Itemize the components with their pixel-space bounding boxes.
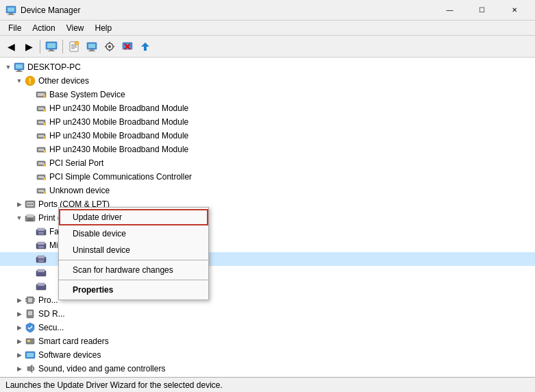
svg-rect-30	[16, 64, 23, 69]
svg-marker-28	[141, 42, 149, 51]
svg-rect-107	[27, 353, 34, 357]
base-system-icon: !	[36, 89, 47, 100]
status-bar: Launches the Update Driver Wizard for th…	[0, 377, 535, 392]
tree-item-other-devices[interactable]: ▼ ! Other devices	[0, 74, 535, 88]
context-menu-uninstall-device[interactable]: Uninstall device	[59, 242, 208, 258]
expand-icon-computer: ▼	[3, 62, 14, 73]
context-menu: Update driver Disable device Uninstall d…	[58, 207, 209, 300]
context-menu-update-driver[interactable]: Update driver	[59, 209, 208, 225]
tree-item-hp1[interactable]: ▶ ! HP un2430 Mobile Broadband Module	[0, 101, 535, 115]
svg-rect-94	[25, 298, 27, 299]
tree-item-security[interactable]: ▶ Secu...	[0, 321, 535, 334]
sound-icon	[25, 363, 36, 374]
software-devices-icon	[25, 350, 36, 360]
ms-print-icon	[36, 240, 47, 251]
update-driver-toolbar-button[interactable]	[84, 38, 100, 55]
title-bar: Device Manager — ☐ ✕	[0, 0, 535, 21]
svg-rect-85	[38, 256, 45, 258]
svg-rect-82	[38, 246, 44, 247]
svg-point-20	[108, 45, 111, 48]
minimize-button[interactable]: —	[434, 0, 465, 21]
app-icon	[5, 5, 16, 16]
svg-rect-97	[34, 298, 35, 299]
hp2-icon: !	[36, 117, 47, 127]
tree-item-sound[interactable]: ▶ Sound, video and game controllers	[0, 362, 535, 376]
unknown-device-label: Unknown device	[49, 186, 110, 195]
svg-rect-5	[47, 43, 55, 48]
tree-item-pci-simple[interactable]: ▶ ! PCI Simple Communications Controller	[0, 170, 535, 184]
tree-item-hp2[interactable]: ▶ ! HP un2430 Mobile Broadband Module	[0, 115, 535, 129]
tree-item-software-devices[interactable]: ▶ Software devices	[0, 348, 535, 362]
tree-view[interactable]: ▼ DESKTOP-PC ▼ ! Other devices	[0, 58, 535, 377]
security-label: Secu...	[38, 323, 64, 332]
back-button[interactable]: ◀	[3, 38, 19, 55]
svg-rect-98	[34, 299, 35, 300]
context-menu-properties[interactable]: Properties	[59, 282, 208, 298]
software-devices-label: Software devices	[38, 350, 101, 360]
hp4-icon: !	[36, 144, 47, 155]
expand-icon-software-devices: ▶	[14, 350, 25, 360]
tree-item-base-system[interactable]: ▶ ! Base System Device	[0, 88, 535, 101]
menu-file[interactable]: File	[3, 22, 27, 34]
hp1-icon: !	[36, 103, 47, 114]
svg-marker-108	[27, 365, 32, 373]
window-title: Device Manager	[21, 5, 434, 15]
computer-label: DESKTOP-PC	[27, 62, 81, 72]
svg-rect-17	[90, 49, 94, 51]
svg-rect-32	[16, 71, 23, 72]
security-icon	[25, 322, 36, 333]
expand-icon-security: ▶	[14, 322, 25, 333]
tree-item-computer[interactable]: ▼ DESKTOP-PC	[0, 60, 535, 74]
window-controls: — ☐ ✕	[434, 0, 530, 21]
tree-item-unknown-device[interactable]: ▶ ! Unknown device	[0, 184, 535, 197]
tree-item-smart-card[interactable]: ▶ Smart card readers	[0, 334, 535, 348]
context-menu-disable-device[interactable]: Disable device	[59, 225, 208, 242]
svg-rect-101	[28, 311, 32, 315]
menu-help[interactable]: Help	[90, 22, 118, 34]
tree-item-storage[interactable]: ▶ Storage controllers	[0, 376, 535, 377]
svg-rect-16	[88, 44, 95, 48]
svg-rect-75	[27, 220, 33, 221]
other-devices-label: Other devices	[38, 76, 89, 86]
base-system-label: Base System Device	[49, 90, 125, 99]
tree-item-sd[interactable]: ▶ SD R...	[0, 307, 535, 321]
properties-button[interactable]: ?	[66, 38, 82, 55]
svg-point-71	[32, 204, 33, 205]
sd-icon	[25, 308, 36, 319]
sd-label: SD R...	[38, 309, 65, 319]
svg-rect-87	[38, 261, 44, 262]
svg-rect-83	[38, 247, 44, 248]
maximize-button[interactable]: ☐	[466, 0, 497, 21]
svg-text:?: ?	[76, 41, 78, 45]
tree-item-hp4[interactable]: ▶ ! HP un2430 Mobile Broadband Module	[0, 143, 535, 156]
svg-rect-31	[17, 70, 21, 71]
scan-toolbar-button[interactable]	[101, 38, 118, 55]
device-manager-button[interactable]	[43, 38, 60, 55]
remove-button[interactable]	[119, 38, 136, 55]
svg-rect-89	[38, 269, 45, 272]
add-button[interactable]	[137, 38, 153, 55]
svg-rect-93	[28, 298, 32, 302]
hp3-icon: !	[36, 130, 47, 141]
svg-rect-78	[38, 232, 44, 233]
svg-point-69	[27, 204, 29, 205]
expand-icon-smart-card: ▶	[14, 336, 25, 347]
printer3-icon	[36, 254, 47, 265]
other-devices-icon: !	[25, 75, 36, 86]
context-menu-sep1	[59, 260, 208, 260]
expand-icon-sd: ▶	[14, 308, 25, 319]
svg-rect-99	[34, 301, 35, 302]
context-menu-scan-hardware[interactable]: Scan for hardware changes	[59, 262, 208, 278]
svg-rect-79	[38, 234, 44, 234]
menu-view[interactable]: View	[61, 22, 90, 34]
menu-action[interactable]: Action	[27, 22, 60, 34]
close-button[interactable]: ✕	[499, 0, 530, 21]
svg-rect-91	[38, 283, 45, 286]
pci-simple-icon: !	[36, 171, 47, 182]
tree-item-pci-serial[interactable]: ▶ ! PCI Serial Port	[0, 156, 535, 170]
forward-button[interactable]: ▶	[21, 38, 37, 55]
svg-rect-95	[25, 299, 27, 300]
tree-item-hp3[interactable]: ▶ ! HP un2430 Mobile Broadband Module	[0, 129, 535, 143]
svg-text:!: !	[29, 77, 31, 85]
status-text: Launches the Update Driver Wizard for th…	[5, 380, 223, 390]
